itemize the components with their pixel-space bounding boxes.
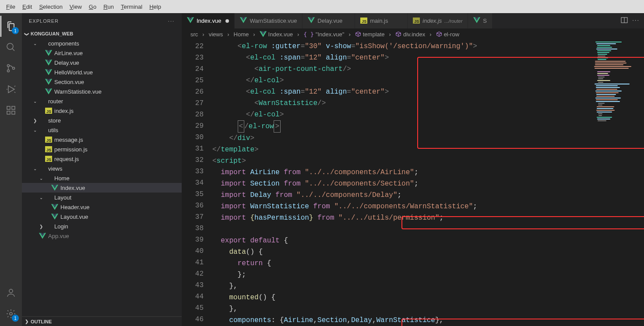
file-app.vue[interactable]: App.vue xyxy=(22,231,182,241)
source-control-icon[interactable] xyxy=(0,58,21,79)
tab-label: S xyxy=(483,18,487,24)
folder-store[interactable]: ❯store xyxy=(22,116,182,125)
folder-icon xyxy=(39,97,46,105)
vue-icon xyxy=(45,78,53,86)
menu-view[interactable]: View xyxy=(66,4,85,10)
breadcrumb-el-row[interactable]: el-row xyxy=(436,31,459,38)
project-section-header[interactable]: KONGGUAN_WEB xyxy=(22,29,182,39)
svg-rect-7 xyxy=(12,106,15,109)
sidebar-more-icon[interactable]: ··· xyxy=(168,18,175,24)
line-number: 23 xyxy=(182,52,204,63)
code-line: <script> xyxy=(212,155,591,167)
explorer-icon[interactable]: 1 xyxy=(0,16,21,37)
tab-warnstatistice-vue[interactable]: WarnStatistice.vue xyxy=(235,13,303,28)
code-content[interactable]: <el-row :gutter="30" v-show="isShow('/se… xyxy=(212,40,591,326)
tab-delay-vue[interactable]: Delay.vue xyxy=(303,13,355,28)
vue-icon xyxy=(51,184,59,192)
tab-label: WarnStatistice.vue xyxy=(250,18,297,24)
line-number: 40 xyxy=(182,245,204,257)
file-index.js[interactable]: JSindex.js xyxy=(22,106,182,116)
tab-main-js[interactable]: JSmain.js xyxy=(355,13,408,28)
tree-label: Home xyxy=(54,175,70,182)
search-icon[interactable] xyxy=(0,37,21,58)
js-icon: JS xyxy=(45,136,53,144)
tree-label: Layout xyxy=(54,194,71,201)
file-warnstatistice.vue[interactable]: WarnStatistice.vue xyxy=(22,87,182,96)
breadcrumb-home[interactable]: Home xyxy=(234,31,249,38)
split-editor-icon[interactable] xyxy=(621,17,628,25)
line-number-gutter: 2223242526272829303132333435363738394041… xyxy=(182,40,212,326)
code-line: }, xyxy=(212,303,591,315)
minimap[interactable] xyxy=(591,40,644,326)
tree-label: Delay.vue xyxy=(54,60,79,66)
svg-point-2 xyxy=(7,70,10,72)
tab-s[interactable]: S xyxy=(468,13,493,28)
tree-label: request.js xyxy=(54,156,79,162)
file-delay.vue[interactable]: Delay.vue xyxy=(22,58,182,67)
breadcrumb-div-index[interactable]: div.index xyxy=(395,31,425,38)
tree-label: Login xyxy=(54,223,68,230)
js-icon: JS xyxy=(45,145,53,153)
tab-index-vue[interactable]: Index.vue xyxy=(182,13,235,28)
tab-index-js[interactable]: JSindex.js.../router xyxy=(408,13,468,28)
menu-edit[interactable]: Edit xyxy=(19,4,35,10)
code-line: </el-col> xyxy=(212,75,591,86)
breadcrumb--index-vue-[interactable]: { }"Index.vue" xyxy=(303,31,344,38)
menu-selection[interactable]: Selection xyxy=(35,4,66,10)
sidebar: EXPLORER ··· KONGGUAN_WEB ⌄componentsAir… xyxy=(22,13,182,326)
line-number: 35 xyxy=(182,189,204,200)
code-line: import Delay from "../../components/Dela… xyxy=(212,189,591,201)
more-actions-icon[interactable]: ··· xyxy=(632,17,640,25)
breadcrumb-views[interactable]: views xyxy=(209,31,223,38)
menu-run[interactable]: Run xyxy=(100,4,117,10)
file-section.vue[interactable]: Section.vue xyxy=(22,77,182,87)
run-debug-icon[interactable] xyxy=(0,79,21,100)
folder-home[interactable]: ⌄Home xyxy=(22,173,182,183)
menu-terminal[interactable]: Terminal xyxy=(117,4,146,10)
line-number: 26 xyxy=(182,86,204,98)
extensions-icon[interactable] xyxy=(0,100,21,121)
folder-utils[interactable]: ⌄utils xyxy=(22,125,182,135)
line-number: 29 xyxy=(182,120,204,132)
explorer-badge: 1 xyxy=(12,27,19,34)
file-helloworld.vue[interactable]: HelloWorld.vue xyxy=(22,67,182,77)
line-number: 32 xyxy=(182,154,204,166)
line-number: 36 xyxy=(182,200,204,211)
code-line: </el-row> xyxy=(212,120,591,133)
vue-icon xyxy=(473,17,480,25)
menu-file[interactable]: File xyxy=(3,4,19,10)
file-index.vue[interactable]: Index.vue xyxy=(22,183,182,193)
file-header.vue[interactable]: Header.vue xyxy=(22,202,182,212)
line-number: 42 xyxy=(182,268,204,280)
folder-layout[interactable]: ⌄Layout xyxy=(22,193,182,202)
breadcrumb-index-vue[interactable]: Index.vue xyxy=(260,31,293,38)
folder-router[interactable]: ⌄router xyxy=(22,96,182,106)
code-line: </el-col> xyxy=(212,109,591,120)
menubar: FileEditSelectionViewGoRunTerminalHelp xyxy=(0,0,644,13)
file-airline.vue[interactable]: AirLine.vue xyxy=(22,48,182,58)
tree-label: permission.js xyxy=(54,146,88,153)
file-layout.vue[interactable]: Layout.vue xyxy=(22,212,182,221)
folder-icon xyxy=(39,126,46,134)
breadcrumb-src[interactable]: src xyxy=(190,31,198,38)
settings-badge: 1 xyxy=(12,315,19,322)
svg-point-8 xyxy=(9,289,13,293)
folder-login[interactable]: ❯Login xyxy=(22,221,182,231)
file-permission.js[interactable]: JSpermission.js xyxy=(22,144,182,154)
editor: Index.vueWarnStatistice.vueDelay.vueJSma… xyxy=(182,13,644,326)
menu-help[interactable]: Help xyxy=(146,4,165,10)
activity-bar: 1 1 xyxy=(0,13,22,326)
settings-gear-icon[interactable]: 1 xyxy=(0,303,21,324)
menu-go[interactable]: Go xyxy=(85,4,100,10)
accounts-icon[interactable] xyxy=(0,282,21,303)
svg-point-9 xyxy=(10,312,12,315)
folder-views[interactable]: ⌄views xyxy=(22,164,182,173)
folder-components[interactable]: ⌄components xyxy=(22,39,182,48)
breadcrumb-template[interactable]: template xyxy=(355,31,385,38)
file-message.js[interactable]: JSmessage.js xyxy=(22,135,182,144)
outline-section-header[interactable]: OUTLINE xyxy=(22,316,182,326)
js-icon: JS xyxy=(360,18,367,24)
file-request.js[interactable]: JSrequest.js xyxy=(22,154,182,164)
breadcrumbs[interactable]: srcviewsHomeIndex.vue{ }"Index.vue"templ… xyxy=(182,28,644,40)
js-icon: JS xyxy=(45,107,53,115)
